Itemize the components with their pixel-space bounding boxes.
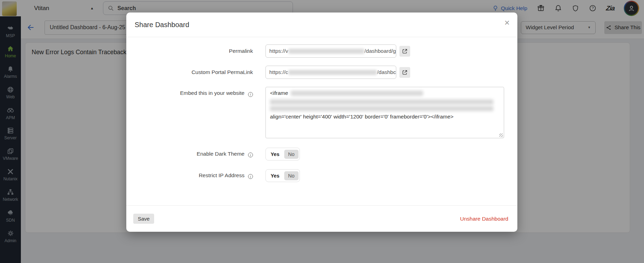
embed-code-textarea[interactable]: <iframe align='center' height='400' widt…	[265, 87, 504, 138]
redacted-code-segment	[291, 91, 423, 96]
external-link-icon	[402, 69, 408, 75]
dark-theme-toggle: Yes No	[265, 148, 300, 161]
modal-header: Share Dashboard ×	[126, 13, 517, 37]
close-icon[interactable]: ×	[504, 18, 510, 27]
restrict-ip-yes-button[interactable]: Yes	[267, 171, 283, 180]
custom-portal-input[interactable]: https://c /dashbc	[265, 66, 396, 79]
custom-portal-label: Custom Portal PermaLink	[132, 69, 253, 75]
restrict-ip-label-text: Restrict IP Address	[199, 172, 245, 178]
modal-title: Share Dashboard	[135, 21, 189, 29]
unshare-dashboard-link[interactable]: Unshare Dashboard	[460, 216, 508, 222]
open-custom-portal-button[interactable]	[399, 67, 410, 78]
embed-code-visible: align='center' height='400' width='1200'…	[270, 113, 500, 120]
dark-theme-row: Enable Dark Theme i Yes No	[126, 148, 517, 161]
open-permalink-button[interactable]	[399, 46, 410, 57]
modal-body: Permalink https://v /dashboard/g	[126, 37, 517, 205]
restrict-ip-toggle: Yes No	[265, 169, 300, 182]
textarea-resize-handle[interactable]	[499, 133, 503, 137]
dark-theme-no-button[interactable]: No	[284, 150, 299, 159]
share-dashboard-modal: Share Dashboard × Permalink https://v /d…	[126, 13, 517, 232]
permalink-prefix: https://v	[269, 48, 288, 54]
embed-code-prefix: <iframe	[270, 90, 288, 97]
external-link-icon	[402, 48, 408, 54]
restrict-ip-label: Restrict IP Address i	[132, 172, 253, 179]
dark-theme-yes-button[interactable]: Yes	[267, 150, 283, 159]
custom-portal-row: Custom Portal PermaLink https://c /dashb…	[126, 66, 517, 79]
dark-theme-label-text: Enable Dark Theme	[197, 151, 245, 157]
embed-row: Embed this in your website i <iframe ali…	[126, 87, 517, 138]
info-icon[interactable]: i	[248, 174, 253, 179]
embed-label-text: Embed this in your website	[180, 90, 244, 96]
save-button[interactable]: Save	[133, 214, 154, 224]
permalink-label: Permalink	[132, 48, 253, 54]
custom-portal-prefix: https://c	[269, 69, 288, 75]
custom-portal-suffix: /dashbc	[377, 69, 396, 75]
permalink-input[interactable]: https://v /dashboard/g	[265, 44, 396, 58]
info-icon[interactable]: i	[248, 92, 253, 97]
restrict-ip-no-button[interactable]: No	[284, 171, 299, 180]
redacted-code-segment	[270, 106, 493, 111]
redacted-url-segment	[288, 49, 364, 54]
info-icon[interactable]: i	[248, 153, 253, 157]
embed-label: Embed this in your website i	[132, 87, 253, 97]
permalink-row: Permalink https://v /dashboard/g	[126, 44, 517, 58]
redacted-code-segment	[270, 99, 493, 105]
permalink-suffix: /dashboard/g	[365, 48, 396, 54]
redacted-url-segment	[288, 70, 376, 75]
dark-theme-label: Enable Dark Theme i	[132, 151, 253, 158]
app-root: Vtitan ▲ Quick Help	[0, 0, 644, 263]
modal-footer: Save Unshare Dashboard	[126, 205, 517, 232]
restrict-ip-row: Restrict IP Address i Yes No	[126, 169, 517, 182]
